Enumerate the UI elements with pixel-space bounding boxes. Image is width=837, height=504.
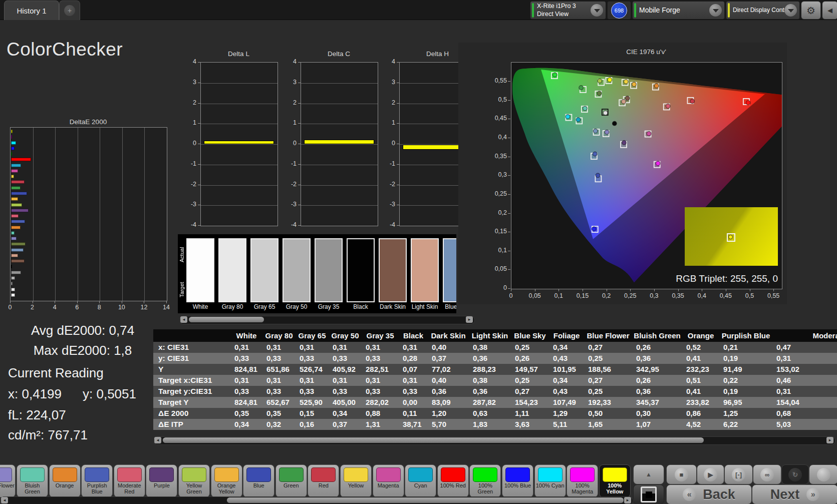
- scroll-right-arrow[interactable]: ▸: [624, 497, 631, 503]
- pattern-button-100-cyan[interactable]: 100% Cyan: [534, 464, 566, 497]
- table-cell: 0,33: [300, 386, 329, 397]
- pattern-button-yellow[interactable]: Yellow: [340, 464, 372, 497]
- pattern-bar-scrollbar[interactable]: ◂▸: [0, 496, 633, 504]
- blank-button[interactable]: [809, 464, 837, 484]
- column-header: Gray 35: [362, 329, 399, 340]
- axis-tick: [298, 225, 301, 226]
- source-dropdown[interactable]: Mobile Forge: [632, 1, 725, 20]
- pattern-button-yellow-green[interactable]: Yellow Green: [178, 464, 210, 497]
- table-cell: 0,31: [776, 353, 837, 364]
- deltae-bar: [11, 276, 15, 280]
- delta-c-title: Delta C: [301, 50, 377, 58]
- scroll-thumb[interactable]: [189, 317, 264, 322]
- display-control-dropdown[interactable]: Direct Display Control: [726, 1, 800, 20]
- pattern-swatch: [344, 467, 368, 482]
- scroll-left-arrow[interactable]: ◂: [154, 437, 161, 443]
- scroll-thumb[interactable]: [227, 497, 624, 503]
- pattern-button-moderate-red[interactable]: Moderate Red: [114, 464, 145, 497]
- strip-patch-gray-65: [250, 238, 278, 302]
- table-cell: 0,63: [473, 408, 511, 419]
- chevron-down-icon[interactable]: [784, 4, 797, 17]
- table-cell: 0,36: [473, 386, 511, 397]
- pattern-swatch: [408, 467, 433, 482]
- chevron-down-icon[interactable]: [591, 4, 603, 17]
- x-axis-label: 12: [138, 304, 150, 311]
- scroll-right-arrow[interactable]: ▸: [826, 437, 833, 443]
- deltae-bar: [11, 265, 12, 268]
- y-axis-label: -1: [382, 160, 395, 167]
- strip-patch-actual: [444, 239, 456, 270]
- table-scrollbar[interactable]: ◂▸: [153, 436, 835, 445]
- pattern-swatch: [603, 467, 627, 482]
- deltae-bar: [11, 288, 15, 291]
- delta-bar: [204, 141, 274, 144]
- pattern-button-100-blue[interactable]: 100% Blue: [502, 464, 533, 497]
- table-cell: 0,31: [266, 342, 296, 353]
- pattern-button-100-green[interactable]: 100% Green: [469, 464, 501, 497]
- pattern-button-blue[interactable]: Blue: [243, 464, 274, 497]
- strip-patch-actual: [316, 239, 342, 270]
- scroll-left-arrow[interactable]: ◂: [1, 497, 8, 503]
- pattern-button-green[interactable]: Green: [275, 464, 307, 497]
- pattern-window-button[interactable]: [-]: [724, 464, 753, 484]
- table-cell: 0,43: [553, 386, 584, 397]
- chevron-down-icon[interactable]: [709, 4, 722, 17]
- deltae-bar: [11, 248, 24, 252]
- table-cell: 0,16: [300, 419, 329, 430]
- pattern-window-toggle-button[interactable]: [633, 484, 664, 504]
- rgb-triplet-readout: RGB Triplet: 255, 255, 0: [576, 273, 778, 284]
- pattern-button-orange[interactable]: Orange: [49, 464, 81, 497]
- meter-dropdown[interactable]: X-Rite i1Pro 3 Direct View: [530, 1, 606, 20]
- next-button[interactable]: Next »: [752, 484, 837, 504]
- strip-patch-target: [219, 270, 245, 301]
- table-cell: 824,81: [234, 397, 262, 408]
- y-axis-label: -2: [382, 181, 395, 188]
- table-cell: 282,51: [366, 364, 399, 375]
- collapse-panel-button[interactable]: ◀: [822, 1, 837, 20]
- pattern-button-blue-flower[interactable]: Blue Flower: [0, 464, 16, 497]
- gridline: [201, 205, 277, 206]
- y-axis-label: 0,25: [487, 190, 507, 197]
- back-button[interactable]: « Back: [666, 484, 752, 504]
- new-tab-button[interactable]: +: [59, 1, 80, 20]
- scroll-right-arrow[interactable]: ▸: [466, 316, 473, 323]
- axis-tick: [298, 185, 301, 185]
- table-cell: 0,25: [588, 386, 632, 397]
- pattern-button-purplish-blue[interactable]: Purplish Blue: [81, 464, 113, 497]
- scroll-thumb[interactable]: [163, 437, 704, 443]
- axis-tick: [508, 288, 510, 289]
- pattern-label: Red: [308, 483, 339, 489]
- refresh-button[interactable]: ↻: [781, 464, 809, 484]
- table-cell: 1,07: [636, 419, 682, 430]
- y-axis-label: 0: [284, 140, 297, 147]
- column-header: Gray 50: [329, 329, 362, 340]
- pattern-button-cyan[interactable]: Cyan: [405, 464, 436, 497]
- settings-button[interactable]: ⚙: [801, 1, 821, 20]
- pattern-button-100-yellow[interactable]: 100% Yellow: [599, 464, 631, 497]
- current-y-readout: y: 0,5051: [83, 386, 136, 402]
- y-axis-label: 0,35: [487, 153, 507, 160]
- strip-patch-gray-35: [315, 238, 343, 302]
- stop-button[interactable]: ■: [666, 464, 697, 484]
- loop-infinity-button[interactable]: ∞: [753, 464, 781, 484]
- play-button[interactable]: ▶: [697, 464, 724, 484]
- strip-patch-target: [412, 270, 438, 301]
- table-cell: 0,36: [432, 386, 469, 397]
- page-up-button[interactable]: ▲: [633, 464, 664, 484]
- meter-name: X-Rite i1Pro 3: [537, 3, 576, 11]
- pattern-button-purple[interactable]: Purple: [146, 464, 177, 497]
- tab-history-1[interactable]: History 1: [4, 1, 59, 20]
- pattern-button-red[interactable]: Red: [308, 464, 339, 497]
- pattern-button-100-red[interactable]: 100% Red: [437, 464, 469, 497]
- avg-de2000-readout: Avg dE2000: 0,74: [0, 323, 165, 338]
- scroll-left-arrow[interactable]: ◂: [180, 316, 187, 323]
- table-cell: 0,31: [266, 375, 296, 386]
- pattern-button-orange-yellow[interactable]: Orange Yellow: [211, 464, 242, 497]
- table-cell: 405,92: [333, 364, 362, 375]
- pattern-button-magenta[interactable]: Magenta: [373, 464, 404, 497]
- strip-scrollbar[interactable]: ◂▸: [179, 316, 475, 324]
- y-axis-label: 0,1: [487, 247, 507, 254]
- pattern-button-bluish-green[interactable]: Bluish Green: [17, 464, 48, 497]
- pattern-button-100-magenta[interactable]: 100% Magenta: [567, 464, 598, 497]
- x-axis-label: 2: [27, 304, 39, 311]
